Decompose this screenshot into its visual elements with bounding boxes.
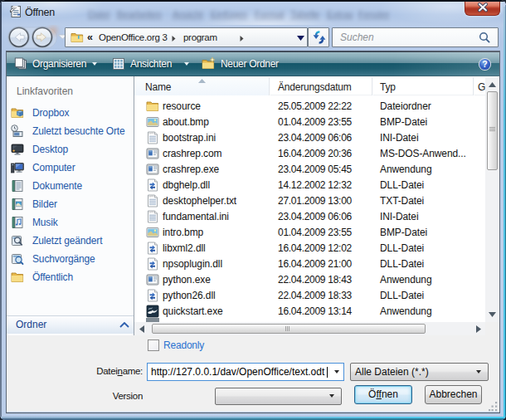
svg-text:?: ? (482, 59, 487, 69)
